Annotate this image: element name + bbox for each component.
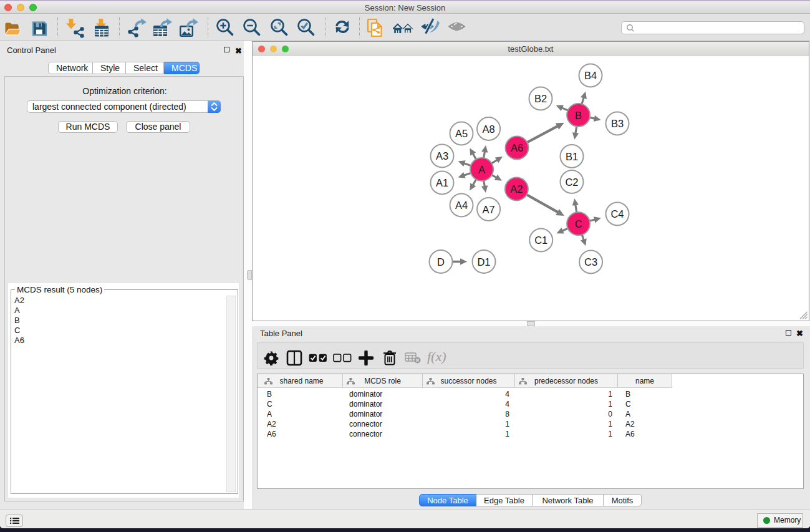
svg-text:C4: C4: [610, 208, 624, 220]
svg-text:C3: C3: [584, 256, 597, 268]
svg-text:A5: A5: [455, 128, 468, 139]
svg-text:A3: A3: [436, 150, 448, 162]
svg-text:D: D: [437, 256, 445, 268]
svg-text:A8: A8: [483, 123, 495, 135]
svg-text:A7: A7: [483, 204, 495, 215]
svg-text:B3: B3: [611, 118, 624, 129]
svg-text:B4: B4: [584, 70, 597, 81]
svg-text:A1: A1: [436, 177, 448, 188]
svg-text:B: B: [575, 110, 582, 121]
svg-text:B1: B1: [566, 151, 578, 162]
svg-text:C1: C1: [534, 235, 547, 246]
svg-text:A4: A4: [455, 200, 468, 211]
svg-text:D1: D1: [477, 256, 490, 268]
svg-text:C: C: [575, 218, 582, 230]
svg-text:A6: A6: [511, 142, 523, 153]
svg-text:A: A: [478, 164, 485, 175]
svg-text:B2: B2: [534, 93, 547, 104]
svg-text:C2: C2: [565, 177, 578, 188]
svg-text:A2: A2: [510, 183, 523, 195]
